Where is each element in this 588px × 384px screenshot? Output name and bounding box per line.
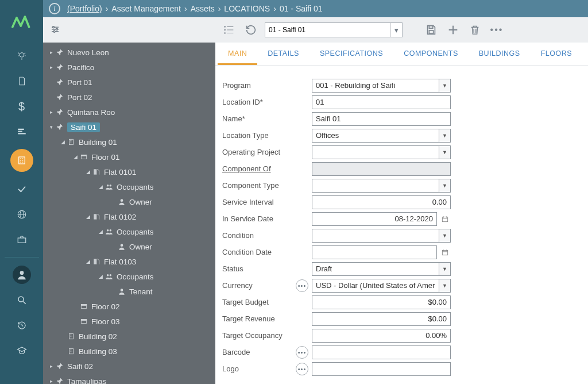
tree-row[interactable]: ◢Occupants — [43, 269, 215, 284]
targetBudget-input[interactable] — [312, 295, 451, 309]
lookup-button[interactable]: ••• — [296, 363, 308, 375]
tree-row[interactable]: Floor 03 — [43, 314, 215, 329]
nav-insights[interactable] — [0, 43, 43, 68]
tab-components[interactable]: COMPONENTS — [393, 43, 469, 65]
logo-input[interactable] — [312, 362, 451, 376]
caret-icon[interactable]: ◢ — [84, 214, 91, 220]
caret-icon[interactable]: ◢ — [97, 274, 104, 279]
tree-row[interactable]: ▸Tamaulipas — [43, 374, 215, 384]
tree-row[interactable]: ▸Pacifico — [43, 60, 215, 75]
tree-row[interactable]: Port 01 — [43, 75, 215, 90]
nav-documents[interactable] — [0, 68, 43, 94]
nav-briefcase[interactable] — [0, 227, 43, 252]
lookup-button[interactable]: ••• — [296, 346, 308, 359]
nav-search[interactable] — [0, 287, 43, 313]
caret-icon[interactable]: ▸ — [48, 49, 55, 55]
lookup-button[interactable]: ••• — [296, 279, 308, 292]
tab-buildings[interactable]: BUILDINGS — [469, 43, 531, 65]
calendar-icon[interactable] — [439, 212, 451, 226]
targetOccupancy-input[interactable] — [312, 329, 451, 343]
tree-row[interactable]: Owner — [43, 239, 215, 254]
tree-row[interactable]: Building 03 — [43, 344, 215, 359]
chevron-down-icon[interactable]: ▼ — [439, 179, 451, 193]
delete-icon[interactable] — [467, 22, 483, 38]
tree-row[interactable]: ▸Nuevo Leon — [43, 45, 215, 60]
tree-row[interactable]: ◢Occupants — [43, 224, 215, 239]
tab-details[interactable]: DETAILS — [257, 43, 310, 65]
caret-icon[interactable]: ▸ — [48, 64, 55, 70]
tree-row[interactable]: Building 02 — [43, 329, 215, 344]
chevron-down-icon[interactable]: ▾ — [390, 22, 403, 37]
save-icon[interactable] — [423, 22, 439, 38]
barcode-input[interactable] — [312, 345, 451, 359]
chevron-down-icon[interactable]: ▼ — [439, 129, 451, 143]
conditionDate-input[interactable] — [312, 245, 437, 259]
tab-floors[interactable]: FLOORS — [531, 43, 582, 65]
caret-icon[interactable]: ▾ — [48, 124, 55, 130]
caret-icon[interactable]: ▸ — [48, 378, 55, 384]
caret-icon[interactable]: ◢ — [84, 169, 91, 175]
tree-row[interactable]: ◢Occupants — [43, 179, 215, 194]
add-icon[interactable] — [445, 22, 461, 38]
caret-icon[interactable]: ◢ — [97, 184, 104, 190]
breadcrumb-3[interactable]: LOCATIONS — [224, 4, 270, 13]
nav-finance[interactable]: $ — [0, 94, 43, 119]
info-icon[interactable]: i — [49, 3, 60, 14]
status-input[interactable] — [312, 262, 439, 276]
list-icon[interactable] — [221, 22, 237, 38]
tree-row[interactable]: Tenant — [43, 284, 215, 299]
breadcrumb-4[interactable]: 01 - Saifi 01 — [280, 4, 323, 13]
tree-row[interactable]: ◢Building 01 — [43, 135, 215, 149]
chevron-down-icon[interactable]: ▼ — [439, 279, 451, 293]
caret-icon[interactable]: ◢ — [84, 259, 91, 264]
serviceInterval-input[interactable] — [312, 195, 451, 209]
caret-icon[interactable]: ◢ — [59, 139, 66, 145]
tab-main[interactable]: MAIN — [218, 43, 257, 65]
tree-row[interactable]: ◢Floor 01 — [43, 149, 215, 164]
caret-icon[interactable]: ▸ — [48, 363, 55, 369]
chevron-down-icon[interactable]: ▼ — [439, 229, 451, 243]
nav-assets-active[interactable] — [10, 149, 33, 172]
tree-row[interactable]: ◢Flat 0102 — [43, 209, 215, 224]
caret-icon[interactable]: ◢ — [72, 154, 79, 160]
nav-tasks[interactable] — [0, 176, 43, 202]
currency-input[interactable] — [312, 279, 439, 293]
record-selector[interactable]: ▾ — [265, 22, 403, 37]
program-input[interactable] — [312, 79, 439, 93]
tree-row[interactable]: Port 02 — [43, 90, 215, 105]
chevron-down-icon[interactable]: ▼ — [439, 262, 451, 276]
tree-row[interactable]: Floor 02 — [43, 299, 215, 314]
more-icon[interactable]: ••• — [489, 22, 505, 38]
breadcrumb-1[interactable]: Asset Management — [111, 4, 181, 13]
caret-icon[interactable]: ◢ — [97, 229, 104, 235]
breadcrumb-portfolio[interactable]: (Portfolio) — [67, 4, 102, 13]
history-icon[interactable] — [243, 22, 259, 38]
tree-row[interactable]: ▾Saifi 01 — [43, 120, 215, 135]
tab-spaces[interactable]: SPACES — [582, 43, 588, 65]
nav-globe[interactable] — [0, 202, 43, 227]
nav-charts[interactable] — [0, 119, 43, 144]
calendar-icon[interactable] — [439, 245, 451, 259]
nav-history[interactable] — [0, 313, 43, 338]
record-selector-input[interactable] — [265, 22, 390, 37]
targetRevenue-input[interactable] — [312, 312, 451, 326]
tree-row[interactable]: Owner — [43, 194, 215, 209]
operatingProject-input[interactable] — [312, 145, 439, 159]
caret-icon[interactable]: ▸ — [48, 109, 55, 115]
componentType-input[interactable] — [312, 179, 439, 193]
tree-row[interactable]: ◢Flat 0103 — [43, 254, 215, 269]
tree-row[interactable]: ▸Saifi 02 — [43, 359, 215, 374]
locationType-input[interactable] — [312, 129, 439, 143]
filter-icon[interactable] — [50, 24, 60, 36]
chevron-down-icon[interactable]: ▼ — [439, 79, 451, 93]
tree-row[interactable]: ◢Flat 0101 — [43, 164, 215, 179]
nav-education[interactable] — [0, 338, 43, 363]
chevron-down-icon[interactable]: ▼ — [439, 145, 451, 159]
locationId-input[interactable] — [312, 95, 451, 109]
name-input[interactable] — [312, 112, 451, 126]
condition-input[interactable] — [312, 229, 439, 243]
inServiceDate-input[interactable] — [312, 212, 437, 226]
tab-specifications[interactable]: SPECIFICATIONS — [310, 43, 393, 65]
tree-row[interactable]: ▸Quintana Roo — [43, 105, 215, 120]
breadcrumb-2[interactable]: Assets — [191, 4, 215, 13]
